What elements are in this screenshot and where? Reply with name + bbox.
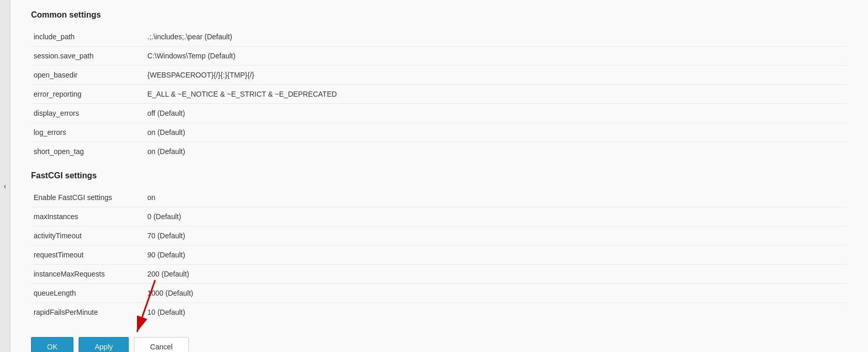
setting-key: error_reporting xyxy=(31,85,145,104)
setting-key: instanceMaxRequests xyxy=(31,265,145,284)
setting-key: activityTimeout xyxy=(31,226,145,246)
common-settings-title: Common settings xyxy=(31,10,847,20)
table-row: include_path .;.\includes;.\pear (Defaul… xyxy=(31,27,847,47)
table-row: error_reporting E_ALL & ~E_NOTICE & ~E_S… xyxy=(31,85,847,104)
table-row: activityTimeout 70 (Default) xyxy=(31,226,847,246)
setting-value: on xyxy=(145,188,847,207)
setting-key: rapidFailsPerMinute xyxy=(31,303,145,322)
setting-key: include_path xyxy=(31,27,145,47)
fastcgi-settings-title: FastCGI settings xyxy=(31,171,847,180)
collapse-icon: ‹ xyxy=(4,182,6,190)
table-row: maxInstances 0 (Default) xyxy=(31,207,847,226)
setting-value: 200 (Default) xyxy=(145,265,847,284)
common-settings-table: include_path .;.\includes;.\pear (Defaul… xyxy=(31,27,847,161)
setting-value: 0 (Default) xyxy=(145,207,847,226)
setting-value: on (Default) xyxy=(145,123,847,142)
fastcgi-settings-table: Enable FastCGI settings on maxInstances … xyxy=(31,188,847,322)
setting-value: .;.\includes;.\pear (Default) xyxy=(145,27,847,47)
table-row: session.save_path C:\Windows\Temp (Defau… xyxy=(31,47,847,66)
setting-key: maxInstances xyxy=(31,207,145,226)
common-settings-section: Common settings include_path .;.\include… xyxy=(31,10,847,161)
setting-key: open_basedir xyxy=(31,66,145,85)
page-wrapper: ‹ Common settings include_path .;.\inclu… xyxy=(0,0,868,352)
setting-key: queueLength xyxy=(31,284,145,303)
setting-value: 70 (Default) xyxy=(145,226,847,246)
setting-value: 1000 (Default) xyxy=(145,284,847,303)
setting-key: display_errors xyxy=(31,104,145,123)
setting-key: requestTimeout xyxy=(31,246,145,265)
setting-value: E_ALL & ~E_NOTICE & ~E_STRICT & ~E_DEPRE… xyxy=(145,85,847,104)
table-row: display_errors off (Default) xyxy=(31,104,847,123)
setting-value: on (Default) xyxy=(145,142,847,161)
setting-value: off (Default) xyxy=(145,104,847,123)
setting-value: C:\Windows\Temp (Default) xyxy=(145,47,847,66)
setting-value: 10 (Default) xyxy=(145,303,847,322)
setting-value: 90 (Default) xyxy=(145,246,847,265)
sidebar-collapse-button[interactable]: ‹ xyxy=(0,0,10,352)
fastcgi-settings-section: FastCGI settings Enable FastCGI settings… xyxy=(31,171,847,322)
setting-key: Enable FastCGI settings xyxy=(31,188,145,207)
table-row: open_basedir {WEBSPACEROOT}{/}{:}{TMP}{/… xyxy=(31,66,847,85)
table-row: queueLength 1000 (Default) xyxy=(31,284,847,303)
table-row: requestTimeout 90 (Default) xyxy=(31,246,847,265)
table-row: log_errors on (Default) xyxy=(31,123,847,142)
setting-key: session.save_path xyxy=(31,47,145,66)
table-row: rapidFailsPerMinute 10 (Default) xyxy=(31,303,847,322)
main-content: Common settings include_path .;.\include… xyxy=(10,0,868,352)
apply-button[interactable]: Apply xyxy=(79,337,129,352)
button-row: OK Apply Cancel xyxy=(31,332,847,352)
cancel-button[interactable]: Cancel xyxy=(134,337,189,352)
table-row: short_open_tag on (Default) xyxy=(31,142,847,161)
table-row: instanceMaxRequests 200 (Default) xyxy=(31,265,847,284)
table-row: Enable FastCGI settings on xyxy=(31,188,847,207)
setting-key: short_open_tag xyxy=(31,142,145,161)
setting-key: log_errors xyxy=(31,123,145,142)
setting-value: {WEBSPACEROOT}{/}{:}{TMP}{/} xyxy=(145,66,847,85)
ok-button[interactable]: OK xyxy=(31,337,73,352)
